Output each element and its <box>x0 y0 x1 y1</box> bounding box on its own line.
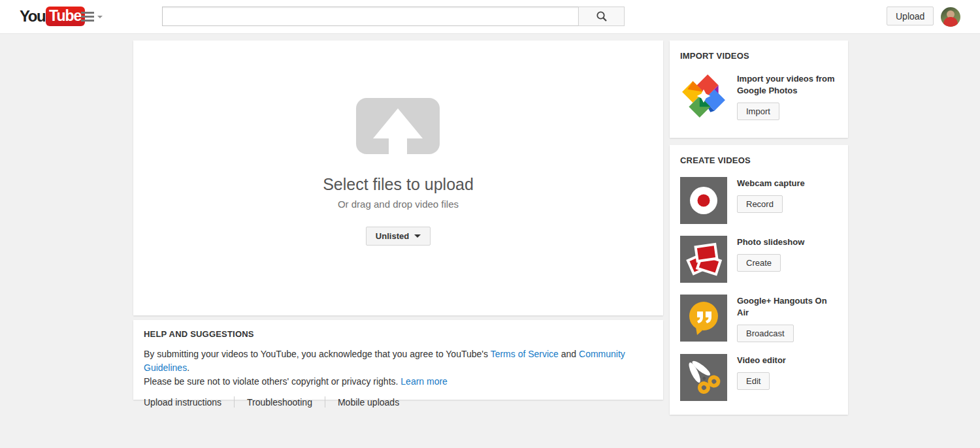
create-videos-panel: CREATE VIDEOS Webcam capture Record <box>670 145 848 415</box>
photo-slideshow-icon <box>680 236 727 283</box>
chevron-down-icon <box>414 234 421 238</box>
create-videos-title: CREATE VIDEOS <box>680 155 838 165</box>
item-label: Photo slideshow <box>737 236 804 248</box>
select-files-title: Select files to upload <box>323 175 474 194</box>
divider <box>234 396 235 408</box>
upload-button[interactable]: Upload <box>887 7 934 25</box>
import-videos-title: IMPORT VIDEOS <box>680 51 838 61</box>
hamburger-menu-icon <box>81 12 94 22</box>
item-label: Video editor <box>737 355 786 366</box>
divider <box>325 396 325 408</box>
user-avatar[interactable] <box>941 7 960 27</box>
hangouts-icon <box>680 295 727 342</box>
youtube-logo[interactable]: You Tube <box>20 7 85 26</box>
privacy-dropdown-value: Unlisted <box>376 231 409 241</box>
hangouts-on-air-item: Google+ Hangouts On Air Broadcast <box>680 295 838 342</box>
help-and-suggestions-panel: HELP AND SUGGESTIONS By submitting your … <box>133 320 663 400</box>
search-button[interactable] <box>578 7 625 26</box>
upload-instructions-link[interactable]: Upload instructions <box>144 397 221 408</box>
webcam-capture-item: Webcam capture Record <box>680 177 838 224</box>
drag-drop-subtitle: Or drag and drop video files <box>323 199 474 210</box>
help-paragraph: By submitting your videos to YouTube, yo… <box>144 347 653 389</box>
webcam-record-icon <box>680 177 727 224</box>
broadcast-button[interactable]: Broadcast <box>737 325 794 342</box>
search-icon <box>596 10 608 22</box>
privacy-dropdown[interactable]: Unlisted <box>366 227 431 246</box>
video-editor-item: Video editor Edit <box>680 354 838 401</box>
google-photos-icon <box>680 72 727 120</box>
terms-of-service-link[interactable]: Terms of Service <box>491 349 559 359</box>
scissors-icon <box>680 354 727 401</box>
top-header: You Tube Upload <box>0 0 980 34</box>
help-footer-links: Upload instructions Troubleshooting Mobi… <box>144 396 653 408</box>
import-item-label: Import your videos from Google Photos <box>737 73 838 97</box>
item-label: Webcam capture <box>737 178 805 189</box>
create-button[interactable]: Create <box>737 254 781 272</box>
upload-dropzone-panel: Select files to upload Or drag and drop … <box>133 40 663 315</box>
import-videos-panel: IMPORT VIDEOS Import your videos from Go… <box>670 40 848 138</box>
upload-arrow-icon <box>356 98 440 161</box>
logo-text-tube: Tube <box>46 7 85 26</box>
file-select-area[interactable]: Select files to upload Or drag and drop … <box>323 98 474 210</box>
mobile-uploads-link[interactable]: Mobile uploads <box>338 397 399 408</box>
edit-button[interactable]: Edit <box>737 372 770 390</box>
logo-text-you: You <box>20 7 45 25</box>
search-input[interactable] <box>162 7 579 26</box>
guide-menu-button[interactable] <box>81 12 103 22</box>
chevron-down-icon <box>97 16 103 18</box>
photo-slideshow-item: Photo slideshow Create <box>680 236 838 283</box>
record-button[interactable]: Record <box>737 195 783 213</box>
learn-more-link[interactable]: Learn more <box>400 376 448 387</box>
google-photos-import-item: Import your videos from Google Photos Im… <box>680 72 838 120</box>
help-panel-title: HELP AND SUGGESTIONS <box>144 329 653 339</box>
item-label: Google+ Hangouts On Air <box>737 295 838 319</box>
search-form <box>162 7 625 26</box>
troubleshooting-link[interactable]: Troubleshooting <box>247 397 312 408</box>
import-button[interactable]: Import <box>737 103 779 120</box>
